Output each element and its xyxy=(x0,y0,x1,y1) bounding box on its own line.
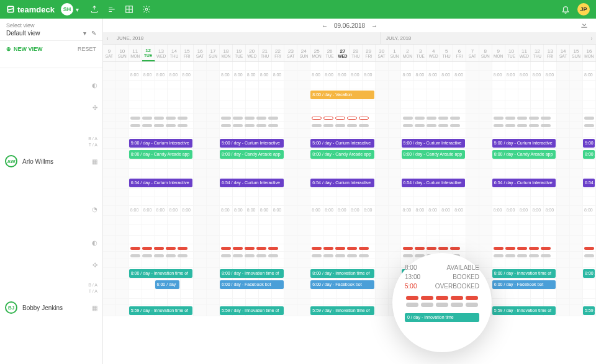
day-cell[interactable]: 19TUE xyxy=(233,45,246,61)
task-bar[interactable]: 5:00 / day - Curium Interactive xyxy=(402,139,465,148)
task-bar[interactable]: 5:00 / day - Curium Interactive xyxy=(583,139,595,148)
svg-point-2 xyxy=(145,8,148,11)
app-header: teamdeck SH ▾ JP xyxy=(0,0,596,19)
prev-day-button[interactable]: ← xyxy=(322,22,328,29)
day-cell[interactable]: 12THU xyxy=(531,45,544,61)
task-bar[interactable]: 6:54 / day - Curium Interactive xyxy=(583,179,595,187)
day-cell[interactable]: 28THU xyxy=(350,45,363,61)
task-bar[interactable]: 8:00 / day - Can xyxy=(583,150,595,159)
task-bar[interactable]: 8:00 / day - Innovation time of xyxy=(583,269,595,278)
next-month-button[interactable]: › xyxy=(587,32,596,44)
brand-logo[interactable]: teamdeck xyxy=(6,5,55,14)
day-cell[interactable]: 20WED xyxy=(246,45,259,61)
task-bar[interactable]: 8:00 / day - Vacation xyxy=(310,91,374,99)
day-cell[interactable]: 26TUE xyxy=(323,45,336,61)
day-cell[interactable]: 22FRI xyxy=(272,45,285,61)
task-bar[interactable]: 5:00 / day - Curium Interactive xyxy=(310,139,374,148)
day-cell[interactable]: 23SAT xyxy=(284,45,297,61)
day-cell[interactable]: 13WED xyxy=(155,45,168,61)
new-view-button[interactable]: ⊕ NEW VIEW xyxy=(6,46,43,52)
task-bar[interactable]: 8:00 / day - Candy Arcade app xyxy=(129,150,192,159)
day-cell[interactable]: 12TUE xyxy=(142,45,155,61)
next-day-button[interactable]: → xyxy=(371,22,377,29)
day-cell[interactable]: 11MON xyxy=(129,45,142,61)
workspace-avatar[interactable]: SH xyxy=(61,3,73,16)
timeline-icon[interactable] xyxy=(107,5,116,14)
magnifier-task: 0 / day - Innovation time xyxy=(405,313,479,322)
day-cell[interactable]: 7SAT xyxy=(466,45,479,61)
days-header: 9SAT10SUN11MON12TUE13WED14THU15FRI16SAT1… xyxy=(103,45,596,62)
task-bar[interactable]: 5:59 / day - Innovation time of xyxy=(310,306,374,315)
day-cell[interactable]: 17SUN xyxy=(207,45,220,61)
task-bar[interactable]: 6:00 / day - Facebook bot xyxy=(310,280,374,289)
task-bar[interactable]: 8:00 / day - Candy Arcade app xyxy=(492,150,556,159)
task-bar[interactable]: 8:00 / day - Candy Arcade app xyxy=(402,150,465,159)
gear-icon[interactable] xyxy=(142,5,151,14)
task-bar[interactable]: 5:59 / day - Innovation time of xyxy=(220,306,283,315)
day-cell[interactable]: 16SAT xyxy=(194,45,207,61)
task-bar[interactable]: 6:54 / day - Curium Interactive xyxy=(492,179,556,187)
day-cell[interactable]: 9MON xyxy=(492,45,505,61)
task-bar[interactable]: 5:59 / day - Inno xyxy=(583,306,595,315)
day-cell[interactable]: 27WED xyxy=(336,45,350,61)
month-header: ‹ JUNE, 2018 JULY, 2018 › xyxy=(103,32,596,45)
current-date[interactable]: 09.06.2018 xyxy=(334,22,365,29)
task-bar[interactable]: 6:00 / day - Facebook bot xyxy=(220,280,283,289)
person-row[interactable]: BJ Bobby Jenkins ▦ xyxy=(0,299,102,316)
task-bar[interactable]: 6:54 / day - Curium Interactive xyxy=(402,179,465,187)
row-icon: ✣ xyxy=(0,259,102,270)
day-cell[interactable]: 15FRI xyxy=(181,45,194,61)
day-cell[interactable]: 15SUN xyxy=(570,45,583,61)
day-cell[interactable]: 24SUN xyxy=(297,45,310,61)
task-bar[interactable]: 8:00 / day - Innovation time of xyxy=(129,269,192,278)
caret-down-icon[interactable]: ▾ xyxy=(83,30,86,37)
day-cell[interactable]: 29FRI xyxy=(363,45,376,61)
bell-icon[interactable] xyxy=(561,5,570,14)
day-cell[interactable]: 11WED xyxy=(518,45,531,61)
day-cell[interactable]: 2MON xyxy=(401,45,414,61)
user-avatar[interactable]: JP xyxy=(577,3,590,16)
day-cell[interactable]: 18MON xyxy=(220,45,233,61)
day-cell[interactable]: 5THU xyxy=(440,45,453,61)
task-bar[interactable]: 5:00 / day - Curium Interactive xyxy=(129,139,192,148)
task-bar[interactable]: 8:00 / day - Innovation time of xyxy=(220,269,283,278)
task-bar[interactable]: 6:54 / day - Curium Interactive xyxy=(310,179,374,187)
day-cell[interactable]: 9SAT xyxy=(103,45,116,61)
day-cell[interactable]: 14SAT xyxy=(557,45,570,61)
task-bar[interactable]: 5:00 / day - Curium Interactive xyxy=(492,139,556,148)
task-bar[interactable]: 6:00 / day - Facebook bot xyxy=(492,280,556,289)
export-icon[interactable] xyxy=(90,5,99,14)
task-bar[interactable]: 6:54 / day - Curium Interactive xyxy=(220,179,283,187)
pencil-icon[interactable]: ✎ xyxy=(91,30,96,37)
day-cell[interactable]: 3TUE xyxy=(414,45,427,61)
day-cell[interactable]: 30SAT xyxy=(376,45,389,61)
grid-icon[interactable] xyxy=(125,5,133,14)
day-cell[interactable]: 21THU xyxy=(259,45,272,61)
day-cell[interactable]: 10SUN xyxy=(116,45,129,61)
day-cell[interactable]: 14THU xyxy=(168,45,181,61)
download-icon[interactable] xyxy=(580,20,589,30)
task-bar[interactable]: 6:54 / day - Curium Interactive xyxy=(129,179,192,187)
task-bar[interactable]: 6:00 / day xyxy=(155,280,180,289)
task-bar[interactable]: 5:59 / day - Innovation time of xyxy=(492,306,556,315)
chevron-down-icon[interactable]: ▾ xyxy=(76,6,79,13)
person-row[interactable]: AW Arlo Willms ▦ xyxy=(0,153,102,170)
task-bar[interactable]: 8:00 / day - Candy Arcade app xyxy=(310,150,374,159)
task-bar[interactable]: 8:00 / day - Candy Arcade app xyxy=(220,150,283,159)
day-cell[interactable]: 25MON xyxy=(310,45,323,61)
day-cell[interactable]: 13FRI xyxy=(544,45,557,61)
view-select[interactable]: Default view xyxy=(6,30,40,37)
task-bar[interactable]: 5:00 / day - Curium Interactive xyxy=(220,139,283,148)
task-bar[interactable]: 8:00 / day - Innovation time of xyxy=(492,269,556,278)
day-cell[interactable]: 6FRI xyxy=(453,45,466,61)
task-bar[interactable]: 8:00 / day - Innovation time of xyxy=(310,269,374,278)
day-cell[interactable]: 8SUN xyxy=(479,45,492,61)
prev-month-button[interactable]: ‹ xyxy=(103,32,112,44)
month-label: JUNE, 2018 xyxy=(112,32,381,44)
reset-button[interactable]: RESET xyxy=(78,46,96,52)
day-cell[interactable]: 1SUN xyxy=(389,45,402,61)
day-cell[interactable]: 16MON xyxy=(583,45,596,61)
day-cell[interactable]: 4WED xyxy=(427,45,440,61)
task-bar[interactable]: 5:59 / day - Innovation time of xyxy=(129,306,192,315)
day-cell[interactable]: 10TUE xyxy=(505,45,518,61)
